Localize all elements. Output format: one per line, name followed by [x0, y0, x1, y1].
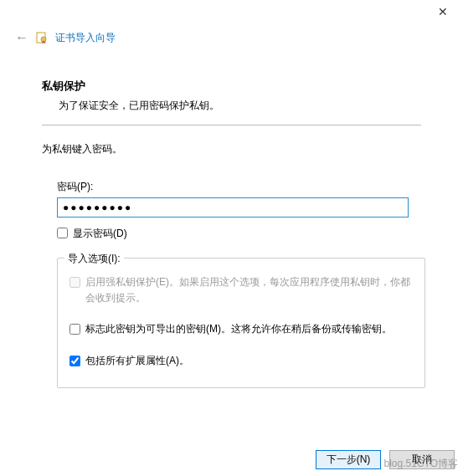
option-strong-protection-label: 启用强私钥保护(E)。如果启用这个选项，每次应用程序使用私钥时，你都会收到提示。 — [85, 274, 413, 306]
option-extended-attrs: 包括所有扩展属性(A)。 — [69, 353, 413, 369]
divider — [42, 125, 421, 125]
wizard-footer: 下一步(N) 取消 — [316, 450, 455, 469]
certificate-icon — [35, 31, 49, 44]
option-strong-protection: 启用强私钥保护(E)。如果启用这个选项，每次应用程序使用私钥时，你都会收到提示。 — [69, 274, 413, 306]
option-extended-attrs-label: 包括所有扩展属性(A)。 — [85, 353, 189, 369]
option-extended-attrs-checkbox[interactable] — [69, 356, 80, 366]
option-exportable: 标志此密钥为可导出的密钥(M)。这将允许你在稍后备份或传输密钥。 — [69, 321, 413, 337]
option-exportable-label: 标志此密钥为可导出的密钥(M)。这将允许你在稍后备份或传输密钥。 — [85, 321, 392, 337]
password-label: 密码(P): — [57, 180, 421, 194]
import-options-title: 导入选项(I): — [64, 252, 124, 266]
back-arrow-icon[interactable]: ← — [15, 30, 28, 45]
wizard-content: 私钥保护 为了保证安全，已用密码保护私钥。 为私钥键入密码。 密码(P): 显示… — [0, 54, 463, 397]
next-button[interactable]: 下一步(N) — [316, 450, 381, 469]
wizard-title: 证书导入向导 — [55, 31, 116, 45]
option-strong-protection-checkbox — [69, 277, 80, 288]
password-input[interactable] — [57, 197, 409, 218]
show-password-label: 显示密码(D) — [73, 226, 127, 241]
wizard-header: ← 证书导入向导 — [0, 27, 463, 54]
instruction-text: 为私钥键入密码。 — [42, 142, 421, 156]
titlebar: ✕ — [0, 0, 463, 27]
show-password-checkbox[interactable] — [57, 228, 68, 238]
section-heading: 私钥保护 — [42, 79, 421, 94]
close-icon[interactable]: ✕ — [430, 3, 456, 20]
section-description: 为了保证安全，已用密码保护私钥。 — [59, 99, 421, 113]
import-options-fieldset: 导入选项(I): 启用强私钥保护(E)。如果启用这个选项，每次应用程序使用私钥时… — [57, 258, 425, 388]
password-group: 密码(P): 显示密码(D) — [57, 180, 421, 241]
cancel-button[interactable]: 取消 — [389, 450, 455, 469]
option-exportable-checkbox[interactable] — [69, 324, 80, 335]
